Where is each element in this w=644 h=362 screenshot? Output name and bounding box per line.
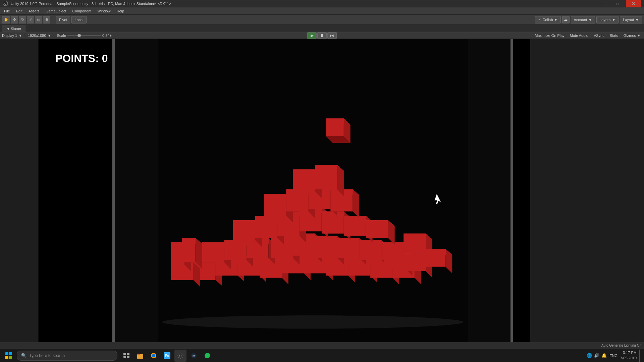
menu-edit[interactable]: Edit bbox=[13, 8, 25, 14]
game-viewport[interactable]: POINTS: 0 bbox=[39, 39, 530, 349]
gizmos-button[interactable]: Gizmos ▼ bbox=[622, 34, 642, 38]
rect-tool-button[interactable]: ▭ bbox=[35, 16, 42, 23]
display-dropdown-icon: ▼ bbox=[18, 34, 22, 38]
menu-help[interactable]: Help bbox=[114, 8, 127, 14]
pause-button[interactable]: ⏸ bbox=[317, 32, 327, 39]
svg-marker-113 bbox=[424, 249, 446, 267]
layers-dropdown-icon: ▼ bbox=[612, 18, 615, 22]
resolution-label: 644x362 bbox=[28, 34, 46, 38]
menu-assets[interactable]: Assets bbox=[26, 8, 42, 14]
resolution-dropdown-icon: ▼ bbox=[48, 34, 51, 38]
svg-marker-59 bbox=[359, 240, 381, 260]
maximize-on-play-button[interactable]: Maximize On Play bbox=[533, 34, 566, 38]
display-selector[interactable]: Display 1 ▼ bbox=[2, 34, 22, 38]
move-tool-button[interactable]: ✛ bbox=[11, 16, 18, 23]
svg-marker-68 bbox=[255, 216, 277, 238]
svg-marker-104 bbox=[384, 249, 406, 269]
svg-text:U: U bbox=[179, 354, 182, 358]
right-panel bbox=[530, 39, 644, 349]
layout-button[interactable]: Layout ▼ bbox=[620, 16, 642, 23]
start-button[interactable] bbox=[3, 350, 15, 362]
clock[interactable]: 3:17 PM 7/05/2019 bbox=[620, 350, 637, 361]
transform-tools: ✋ ✛ ↻ ⤢ ▭ ⊕ bbox=[2, 16, 50, 23]
game-tab-label: Game bbox=[11, 26, 21, 31]
close-button[interactable]: ✕ bbox=[626, 0, 641, 7]
cloud-button[interactable]: ☁ bbox=[562, 16, 570, 23]
svg-marker-98 bbox=[293, 169, 315, 191]
play-button[interactable]: ▶ bbox=[307, 32, 317, 39]
transform-all-button[interactable]: ⊕ bbox=[43, 16, 50, 23]
spotify-button[interactable]: ♫ bbox=[201, 350, 213, 362]
layers-label: Layers bbox=[599, 18, 610, 22]
scale-slider[interactable] bbox=[67, 35, 101, 36]
account-button[interactable]: Account ▼ bbox=[571, 16, 595, 23]
local-button[interactable]: Local bbox=[71, 16, 86, 23]
menu-window[interactable]: Window bbox=[95, 8, 113, 14]
hand-tool-button[interactable]: ✋ bbox=[2, 16, 10, 23]
status-bar: Auto Generate Lighting On bbox=[0, 342, 644, 349]
scale-tool-button[interactable]: ⤢ bbox=[27, 16, 34, 23]
svg-marker-29 bbox=[348, 258, 370, 276]
search-input[interactable] bbox=[29, 353, 113, 358]
game-tab[interactable]: ◄ Game bbox=[2, 25, 25, 32]
file-explorer-button[interactable] bbox=[134, 350, 146, 362]
scale-thumb bbox=[77, 34, 81, 37]
tetris-scene bbox=[115, 39, 511, 349]
step-button[interactable]: ⏭ bbox=[327, 32, 337, 39]
menu-gameobject[interactable]: GameObject bbox=[43, 8, 69, 14]
pause-icon: ⏸ bbox=[320, 33, 324, 38]
notification-icon[interactable]: 🔔 bbox=[601, 353, 607, 358]
svg-marker-17 bbox=[260, 258, 282, 278]
vsync-button[interactable]: VSync bbox=[592, 34, 606, 38]
sys-icons: 🌐 🔊 🔔 bbox=[587, 353, 607, 358]
menu-file[interactable]: File bbox=[1, 8, 13, 14]
steam-button[interactable]: ST bbox=[188, 350, 200, 362]
menu-bar: File Edit Assets GameObject Component Wi… bbox=[0, 7, 644, 15]
menu-component[interactable]: Component bbox=[69, 8, 94, 14]
right-toolbar: ✓ Collab ▼ ☁ Account ▼ Layers ▼ Layout ▼ bbox=[535, 16, 642, 23]
volume-icon[interactable]: 🔊 bbox=[594, 353, 599, 358]
svg-marker-56 bbox=[337, 238, 359, 258]
svg-text:ST: ST bbox=[193, 355, 196, 357]
resolution-selector[interactable]: 644x362 ▼ bbox=[28, 34, 51, 38]
pivot-label: Pivot bbox=[59, 18, 67, 22]
play-controls: ▶ ⏸ ⏭ bbox=[307, 32, 337, 39]
display-label: Display 1 bbox=[2, 34, 17, 38]
language-label: ENG bbox=[609, 354, 618, 358]
svg-rect-129 bbox=[127, 356, 129, 358]
collab-button[interactable]: ✓ Collab ▼ bbox=[535, 16, 560, 23]
svg-marker-86 bbox=[264, 194, 286, 216]
photoshop-button[interactable]: Ps bbox=[161, 350, 173, 362]
svg-marker-107 bbox=[404, 253, 426, 271]
show-desktop-button[interactable] bbox=[639, 350, 641, 362]
svg-rect-128 bbox=[123, 356, 126, 358]
minimize-button[interactable]: ─ bbox=[594, 0, 609, 7]
svg-text:U: U bbox=[4, 2, 7, 5]
network-icon[interactable]: 🌐 bbox=[587, 353, 592, 358]
toolbar-sep-1 bbox=[53, 16, 53, 23]
pivot-button[interactable]: Pivot bbox=[56, 16, 70, 23]
svg-marker-65 bbox=[233, 220, 255, 240]
svg-rect-126 bbox=[123, 353, 126, 355]
system-tray: 🌐 🔊 🔔 ENG 3:17 PM 7/05/2019 bbox=[587, 350, 641, 362]
mute-audio-button[interactable]: Mute Audio bbox=[569, 34, 590, 38]
account-label: Account bbox=[574, 18, 587, 22]
svg-point-133 bbox=[152, 354, 155, 357]
svg-rect-131 bbox=[137, 354, 140, 355]
svg-marker-122 bbox=[182, 238, 196, 262]
taskbar: 🔍 Ps U ST ♫ � bbox=[0, 349, 644, 362]
left-panel bbox=[0, 39, 39, 349]
svg-text:Ps: Ps bbox=[165, 354, 169, 358]
stats-button[interactable]: Stats bbox=[608, 34, 620, 38]
svg-point-124 bbox=[162, 315, 464, 329]
rotate-tool-button[interactable]: ↻ bbox=[19, 16, 26, 23]
maximize-button[interactable]: □ bbox=[610, 0, 625, 7]
layers-button[interactable]: Layers ▼ bbox=[596, 16, 619, 23]
unity-taskbar-button[interactable]: U bbox=[174, 350, 186, 362]
scale-label: Scale bbox=[57, 34, 66, 38]
task-view-button[interactable] bbox=[121, 350, 133, 362]
ctrl-sep-2 bbox=[54, 33, 54, 38]
points-display: POINTS: 0 bbox=[55, 52, 108, 65]
firefox-button[interactable] bbox=[148, 350, 160, 362]
taskbar-search[interactable]: 🔍 bbox=[17, 351, 117, 361]
